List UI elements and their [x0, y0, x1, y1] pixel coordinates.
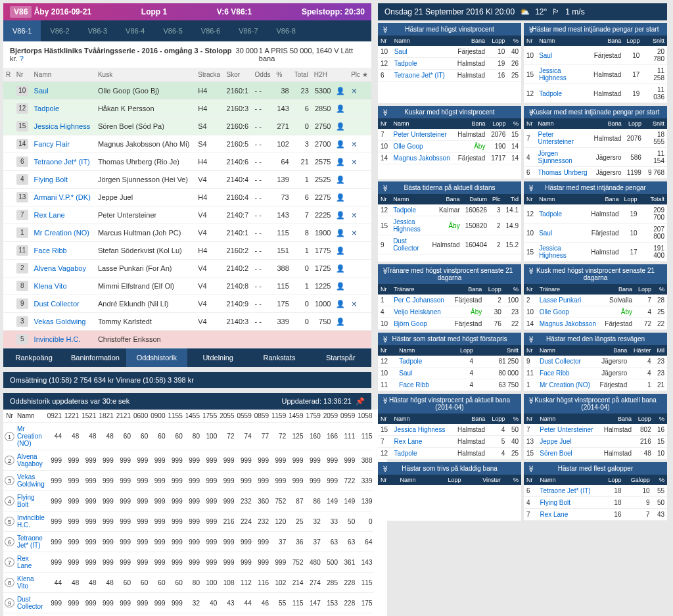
table-row[interactable]: 12TadpoleHalmstad19209 700 — [524, 204, 667, 224]
subtab-Rankpoäng[interactable]: Rankpoäng — [3, 348, 64, 367]
table-row[interactable]: 15Jessica HighnessHalmstad1711 258 — [524, 65, 667, 84]
h2h-icon[interactable] — [348, 189, 371, 206]
table-row[interactable]: 9Dust CollectorAndré Eklundh (Nil LI)V42… — [3, 295, 371, 313]
tab-V86-6[interactable]: V86-6 — [192, 20, 229, 41]
stat-header[interactable]: Kuskar högst vinstprocent på aktuell ban… — [524, 394, 667, 414]
stat-header[interactable]: Hästar som startat med högst förstapris — [378, 333, 521, 345]
horse-link[interactable]: Jessica Highness — [32, 118, 95, 135]
table-row[interactable]: 15Jessica HighnessÅby150820214.9 — [378, 216, 521, 235]
table-row[interactable]: 9Dust CollectorJägersro423 — [524, 356, 667, 367]
stat-header[interactable]: Hästar som trivs på kladdig bana — [378, 462, 521, 475]
person-icon[interactable]: 👤 — [333, 295, 348, 313]
stat-header[interactable]: Hästar med mest intjänade pengar — [524, 181, 667, 194]
stat-header[interactable]: Bästa tiderna på aktuell distans — [378, 181, 521, 194]
table-row[interactable]: 15Jessica HighnessSören Boel (Söd Pa)S42… — [3, 118, 371, 135]
table-row[interactable]: 13Jeppe Juel21615 — [524, 436, 667, 448]
horse-link[interactable]: Face Ribb — [32, 242, 95, 260]
h2h-icon[interactable]: ⤨ — [348, 224, 371, 242]
table-row[interactable]: 12TadpoleHåkan K PerssonH42160:3- -14362… — [3, 100, 371, 118]
table-row[interactable]: 4Jörgen SjunnessonJägersro58611 154 — [524, 148, 667, 167]
horse-link[interactable]: Invincible H.C. — [16, 511, 46, 532]
tab-V86-1[interactable]: V86-1 — [3, 20, 41, 41]
horse-link[interactable]: Dust Collector — [32, 295, 95, 313]
pin-icon[interactable]: 📌 — [356, 397, 365, 405]
person-icon[interactable]: 👤 — [333, 100, 348, 118]
table-row[interactable]: 6Tetraone Jet* (IT)181055 — [524, 485, 667, 497]
table-row[interactable]: 5Invincible H.C.Christoffer Eriksson — [3, 331, 371, 348]
tab-V86-3[interactable]: V86-3 — [79, 20, 116, 41]
horse-link[interactable]: Flying Bolt — [32, 171, 95, 189]
person-icon[interactable]: 👤 — [333, 118, 348, 135]
horse-link[interactable]: Klena Vito — [16, 573, 46, 593]
subtab-Startspår[interactable]: Startspår — [310, 348, 371, 367]
table-row[interactable]: 10Saul480 000 — [378, 367, 521, 379]
table-row[interactable]: 4Flying BoltJörgen Sjunnesson (Hei Ve)V4… — [3, 171, 371, 189]
horse-link[interactable]: Vekas Goldwing — [16, 471, 46, 491]
horse-link[interactable]: Tadpole — [32, 100, 95, 118]
horse-link[interactable]: Mr Creation (NO) — [16, 423, 46, 450]
horse-link[interactable]: Armani V.P.* (DK) — [32, 189, 95, 206]
h2h-icon[interactable]: ⤨ — [348, 295, 371, 313]
person-icon[interactable]: 👤 — [333, 206, 348, 224]
table-row[interactable]: 10SaulFärjestad1040 — [378, 46, 521, 58]
stat-header[interactable]: Kuskar med högst vinstprocent — [378, 106, 521, 118]
person-icon[interactable]: 👤 — [333, 135, 348, 153]
person-icon[interactable]: 👤 — [333, 224, 348, 242]
table-row[interactable]: 7Rex LaneHalmstad540 — [378, 436, 521, 448]
table-row[interactable]: 9Dust CollectorHalmstad160404215.2 — [378, 235, 521, 254]
h2h-icon[interactable]: ⤨ — [348, 206, 371, 224]
table-row[interactable]: 14Magnus JakobssonFärjestad7222 — [524, 318, 667, 330]
person-icon[interactable]: 👤 — [333, 189, 348, 206]
table-row[interactable]: 11Face RibbStefan Söderkvist (Kol Lu)H42… — [3, 242, 371, 260]
table-row[interactable]: 7Peter UntersteinerHalmstad207615 — [378, 129, 521, 141]
table-row[interactable]: 12TadpoleHalmstad425 — [378, 448, 521, 460]
table-row[interactable]: 8Klena VitoMimmi Elfstrand (Elf Ol)V4214… — [3, 277, 371, 295]
table-row[interactable]: 4Veijo HeiskanenÅby3023 — [378, 306, 521, 318]
subtab-Utdelning[interactable]: Utdelning — [187, 348, 248, 367]
table-row[interactable]: 10SaulFärjestad1020 780 — [524, 46, 667, 65]
table-row[interactable]: 12TadpoleKalmar160626314.1 — [378, 204, 521, 216]
table-row[interactable]: 11Face RibbJägersro423 — [524, 367, 667, 379]
h2h-icon[interactable]: ⤨ — [348, 153, 371, 171]
person-icon[interactable]: 👤 — [333, 242, 348, 260]
table-row[interactable]: 7Rex LanePeter UntersteinerV42140:7- -14… — [3, 206, 371, 224]
subtab-Baninformation[interactable]: Baninformation — [64, 348, 126, 367]
horse-link[interactable]: Invincible H.C. — [32, 331, 95, 348]
table-row[interactable]: 10Olle GoopÅby425 — [524, 306, 667, 318]
table-row[interactable]: 7Rex Lane16743 — [524, 509, 667, 521]
horse-link[interactable]: Flying Bolt — [16, 491, 46, 511]
h2h-icon[interactable] — [348, 313, 371, 331]
horse-link[interactable]: Rex Lane — [16, 552, 46, 573]
table-row[interactable]: 1Per C JohanssonFärjestad2100 — [378, 295, 521, 306]
table-row[interactable]: 2Lasse PunkariSolvalla728 — [524, 295, 667, 306]
table-row[interactable]: 2Alvena VagaboyLasse Punkari (For An)V42… — [3, 260, 371, 277]
tab-V86-8[interactable]: V86-8 — [267, 20, 305, 41]
subtab-Oddshistorik[interactable]: Oddshistorik — [126, 348, 187, 367]
h2h-icon[interactable] — [348, 277, 371, 295]
h2h-icon[interactable] — [348, 171, 371, 189]
table-row[interactable]: 7Peter UntersteinerHalmstad207618 555 — [524, 129, 667, 148]
table-row[interactable]: 15Sören BoelHalmstad4810 — [524, 448, 667, 460]
person-icon[interactable]: 👤 — [333, 82, 348, 100]
table-row[interactable]: 13Armani V.P.* (DK)Jeppe JuelH42160:4- -… — [3, 189, 371, 206]
table-row[interactable]: 6Tetraone Jet* (IT)Thomas Uhrberg (Rio J… — [3, 153, 371, 171]
h2h-icon[interactable] — [348, 260, 371, 277]
person-icon[interactable]: 👤 — [333, 260, 348, 277]
horse-link[interactable]: Tetraone Jet* (IT) — [32, 153, 95, 171]
h2h-icon[interactable]: ⤨ — [348, 82, 371, 100]
tab-V86-7[interactable]: V86-7 — [229, 20, 267, 41]
horse-link[interactable]: Vekas Goldwing — [32, 313, 95, 331]
horse-link[interactable]: Fancy Flair — [32, 135, 95, 153]
horse-link[interactable]: Rex Lane — [32, 206, 95, 224]
stat-header[interactable]: Hästar med den längsta resvägen — [524, 333, 667, 345]
table-row[interactable]: 12TadpoleHalmstad1926 — [378, 58, 521, 70]
table-row[interactable]: 10SaulFärjestad10207 800 — [524, 224, 667, 243]
h2h-icon[interactable] — [348, 331, 371, 348]
table-row[interactable]: 15Jessica HighnessHalmstad17191 400 — [524, 243, 667, 262]
stat-header[interactable]: Hästar med flest galopper — [524, 462, 667, 475]
person-icon[interactable]: 👤 — [333, 153, 348, 171]
horse-link[interactable]: Mr Creation (NO) — [32, 224, 95, 242]
table-row[interactable]: 12TadpoleHalmstad1911 036 — [524, 84, 667, 103]
h2h-icon[interactable] — [348, 100, 371, 118]
person-icon[interactable]: 👤 — [333, 171, 348, 189]
